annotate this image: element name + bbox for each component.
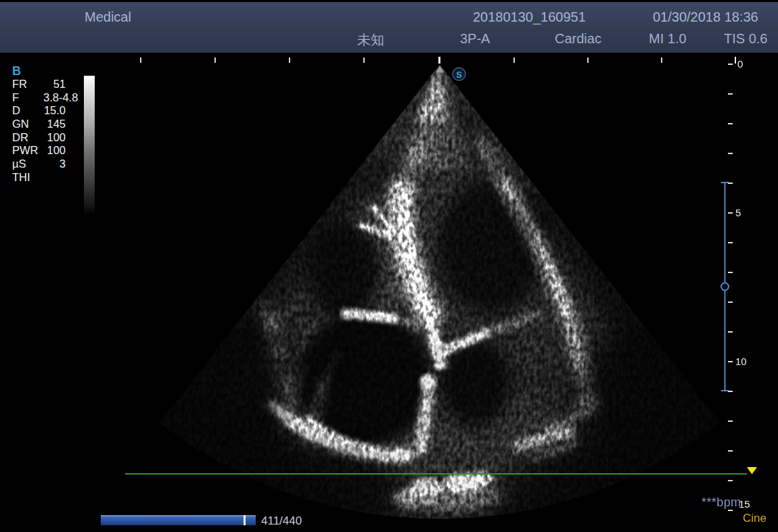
svg-text:S: S <box>456 70 462 80</box>
